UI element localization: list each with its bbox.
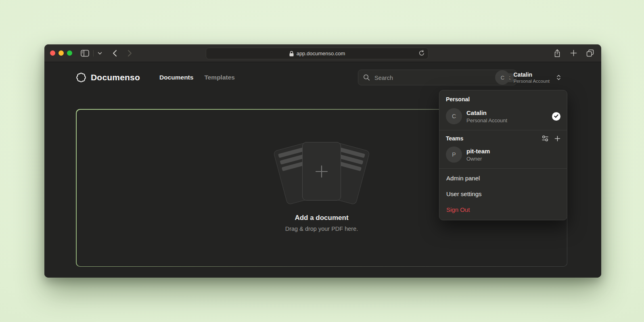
profile-subtitle: Personal Account [513, 79, 550, 84]
app-page: Documenso Documents Templates ⌘+K C [44, 62, 601, 278]
browser-window: app.documenso.com [44, 44, 601, 278]
personal-account-subtitle: Personal Account [466, 117, 507, 123]
app-header: Documenso Documents Templates ⌘+K C [76, 62, 567, 93]
menu-divider [439, 130, 567, 130]
close-window-button[interactable] [50, 50, 55, 56]
back-button[interactable] [113, 50, 117, 57]
nav-item-documents[interactable]: Documents [159, 74, 193, 81]
lock-icon [289, 51, 294, 56]
search-icon [363, 74, 370, 81]
teams-section-label: Teams [446, 135, 463, 142]
menu-item-admin-panel[interactable]: Admin panel [439, 170, 567, 186]
search-bar[interactable]: ⌘+K [358, 70, 516, 86]
profile-dropdown-menu: Personal C Catalin Personal Account [439, 90, 567, 220]
personal-account-name: Catalin [466, 109, 507, 116]
add-document-card [302, 142, 341, 201]
plus-icon [312, 162, 331, 181]
team-name: pit-team [466, 148, 490, 155]
menu-divider [439, 168, 567, 169]
chevron-down-icon[interactable] [98, 52, 102, 55]
brand-home-link[interactable]: Documenso [76, 72, 140, 83]
team-role: Owner [466, 156, 490, 162]
main-nav: Documents Templates [159, 74, 235, 81]
minimize-window-button[interactable] [59, 50, 64, 56]
profile-name: Catalin [513, 71, 550, 78]
profile-menu-trigger[interactable]: C Catalin Personal Account [495, 70, 561, 85]
reload-button[interactable] [419, 50, 424, 56]
desktop-background: app.documenso.com [0, 0, 644, 322]
url-text: app.documenso.com [297, 50, 345, 56]
browser-toolbar: app.documenso.com [44, 44, 601, 62]
nav-item-templates[interactable]: Templates [204, 74, 235, 81]
selected-check-icon [552, 112, 560, 121]
tab-overview-icon[interactable] [586, 49, 594, 57]
search-input[interactable] [374, 74, 497, 81]
dropzone-subtitle: Drag & drop your PDF here. [285, 226, 358, 232]
share-icon[interactable] [554, 49, 561, 57]
manage-teams-icon[interactable] [542, 135, 548, 142]
personal-account-row[interactable]: C Catalin Personal Account [439, 106, 567, 129]
sidebar-toggle-icon[interactable] [81, 50, 89, 57]
profile-avatar: C [495, 70, 510, 85]
brand-name: Documenso [91, 73, 140, 82]
address-bar[interactable]: app.documenso.com [206, 48, 429, 59]
chevrons-up-down-icon [556, 74, 561, 81]
team-row[interactable]: P pit-team Owner [439, 144, 567, 167]
add-team-icon[interactable] [554, 136, 560, 142]
traffic-lights [50, 50, 72, 56]
menu-item-sign-out[interactable]: Sign Out [439, 202, 567, 217]
zoom-window-button[interactable] [67, 50, 72, 56]
teams-section-header: Teams [439, 132, 567, 144]
new-tab-icon[interactable] [570, 50, 577, 56]
forward-button[interactable] [128, 50, 132, 57]
team-avatar: P [446, 146, 462, 163]
toolbar-separator [93, 50, 94, 56]
dropzone-title: Add a document [295, 214, 348, 222]
documenso-logo-icon [76, 72, 86, 83]
document-stack-icon [279, 142, 364, 203]
personal-account-avatar: C [446, 108, 462, 124]
menu-item-user-settings[interactable]: User settings [439, 186, 567, 202]
personal-section-label: Personal [439, 92, 567, 106]
